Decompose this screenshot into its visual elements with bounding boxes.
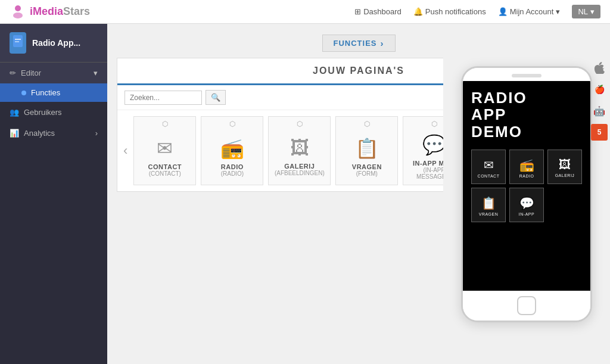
phone-icon-item: ✉ CONTACT xyxy=(471,150,506,184)
apple2-icon: 🍎 xyxy=(591,81,608,98)
logo: iMediaStars xyxy=(10,4,90,20)
phone-screen-content: RADIOAPPDEMO ✉ CONTACT 📻 RADIO 🖼 GALERIJ… xyxy=(463,81,590,231)
phone-icon-item: 🖼 GALERIJ xyxy=(547,150,582,184)
phone-icon-label: CONTACT xyxy=(478,174,500,178)
page-card[interactable]: ⬡ 📻 RADIO (RADIO) xyxy=(201,116,263,185)
page-card[interactable]: ⬡ 🖼 GALERIJ (AFBEELDINGEN) xyxy=(268,116,331,185)
sidebar-functies-label: Functies xyxy=(31,88,60,97)
editor-chevron-icon: ▾ xyxy=(94,69,98,77)
card-settings-icon: ⬡ xyxy=(229,120,235,128)
sidebar-item-editor[interactable]: ✏ Editor ▾ xyxy=(0,63,107,83)
card-settings-icon: ⬡ xyxy=(297,120,303,128)
phone-icon-sym: ✉ xyxy=(484,158,494,172)
account-link[interactable]: 👤 Mijn Account ▾ xyxy=(498,7,561,16)
svg-point-1 xyxy=(13,13,23,18)
android-icon: 🤖 xyxy=(591,102,608,119)
top-nav-links: ⊞ Dashboard 🔔 Push notifications 👤 Mijn … xyxy=(354,5,600,18)
phone-icon-item: 📻 RADIO xyxy=(509,150,544,184)
page-card[interactable]: ⬡ ✉ CONTACT (CONTACT) xyxy=(133,116,196,185)
search-input[interactable] xyxy=(125,91,202,105)
phone-icon-sym: 🖼 xyxy=(559,158,571,172)
card-name: GALERIJ xyxy=(284,163,315,170)
card-name: CONTACT xyxy=(148,163,182,170)
functies-label: FUNCTIES xyxy=(334,39,377,48)
page-card[interactable]: ⬡ 📋 VRAGEN (FORM) xyxy=(335,116,398,185)
logo-icon xyxy=(10,4,26,20)
main-content: FUNCTIES › JOUW PAGINA'S 🔍 ‹ ⬡ ✉ CONTACT… xyxy=(107,24,610,364)
card-icon: 📻 xyxy=(220,137,244,160)
app-thumbnail xyxy=(12,35,24,51)
sidebar-app-title: Radio App... xyxy=(0,24,107,63)
card-settings-icon: ⬡ xyxy=(162,120,168,128)
functies-button[interactable]: FUNCTIES › xyxy=(322,35,396,52)
card-icon: ✉ xyxy=(157,137,173,160)
phone-icon-sym: 📋 xyxy=(481,196,496,210)
sidebar-item-left: ✏ Editor xyxy=(10,69,41,77)
phone-icon-label: IN-APP xyxy=(519,212,534,216)
svg-rect-3 xyxy=(15,39,21,40)
sidebar-item-left: 👥 Gebruikers xyxy=(10,108,62,117)
search-button[interactable]: 🔍 xyxy=(206,90,226,105)
users-icon: 👥 xyxy=(10,108,19,117)
card-settings-icon: ⬡ xyxy=(431,120,437,128)
dashboard-link[interactable]: ⊞ Dashboard xyxy=(354,7,402,16)
svg-rect-4 xyxy=(15,41,19,42)
layout: Radio App... ✏ Editor ▾ Functies 👥 Gebru… xyxy=(0,24,610,364)
phone-area: RADIOAPPDEMO ✉ CONTACT 📻 RADIO 🖼 GALERIJ… xyxy=(443,24,610,364)
card-icon: 🖼 xyxy=(290,137,309,159)
sidebar-item-gebruikers[interactable]: 👥 Gebruikers xyxy=(0,102,107,123)
lang-button[interactable]: NL ▾ xyxy=(572,5,600,18)
sidebar-editor-label: Editor xyxy=(21,69,41,77)
dot-icon xyxy=(21,91,26,95)
phone-icon-label: RADIO xyxy=(519,174,534,178)
phone-icon-item: 💬 IN-APP xyxy=(509,188,544,222)
card-settings-icon: ⬡ xyxy=(364,120,370,128)
svg-point-0 xyxy=(15,5,21,11)
phone-mockup: RADIOAPPDEMO ✉ CONTACT 📻 RADIO 🖼 GALERIJ… xyxy=(461,66,592,322)
card-name: RADIO xyxy=(221,163,244,170)
push-link[interactable]: 🔔 Push notifications xyxy=(413,7,486,16)
dashboard-icon: ⊞ xyxy=(354,7,361,16)
apple-icon xyxy=(591,60,608,76)
sidebar-gebruikers-label: Gebruikers xyxy=(24,108,62,117)
sidebar-app-name: Radio App... xyxy=(32,38,80,48)
phone-icon-item: 📋 VRAGEN xyxy=(471,188,506,222)
phone-icon-label: GALERIJ xyxy=(555,173,575,178)
analytics-chevron-icon: › xyxy=(95,129,98,138)
account-chevron-icon: ▾ xyxy=(556,7,560,16)
card-type: (FORM) xyxy=(356,170,378,177)
prev-arrow[interactable]: ‹ xyxy=(117,143,133,158)
card-type: (RADIO) xyxy=(221,170,244,177)
phone-icon-sym: 💬 xyxy=(519,196,534,210)
sidebar: Radio App... ✏ Editor ▾ Functies 👥 Gebru… xyxy=(0,24,107,364)
phone-icons-grid: ✉ CONTACT 📻 RADIO 🖼 GALERIJ 📋 VRAGEN 💬 I… xyxy=(471,150,582,222)
app-icon xyxy=(10,32,26,54)
chart-icon: 📊 xyxy=(10,129,19,138)
phone-icon-sym: 📻 xyxy=(519,158,534,172)
lang-chevron-icon: ▾ xyxy=(590,7,595,16)
card-type: (CONTACT) xyxy=(149,170,181,177)
sidebar-item-analytics[interactable]: 📊 Analytics › xyxy=(0,123,107,144)
phone-speaker xyxy=(512,74,541,77)
card-icon: 📋 xyxy=(355,137,379,160)
sidebar-item-left: 📊 Analytics xyxy=(10,129,55,138)
functies-chevron-icon: › xyxy=(381,38,384,48)
sidebar-item-functies[interactable]: Functies xyxy=(0,83,107,102)
pencil-icon: ✏ xyxy=(10,69,16,77)
phone-top xyxy=(463,68,590,81)
phone-app-title: RADIOAPPDEMO xyxy=(471,89,582,141)
phone-home-button[interactable] xyxy=(517,296,536,315)
push-icon: 🔔 xyxy=(413,7,423,16)
card-icon: 💬 xyxy=(422,133,446,156)
logo-text: iMediaStars xyxy=(30,5,90,18)
top-nav: iMediaStars ⊞ Dashboard 🔔 Push notificat… xyxy=(0,0,610,24)
phone-screen: RADIOAPPDEMO ✉ CONTACT 📻 RADIO 🖼 GALERIJ… xyxy=(463,81,590,291)
card-name: VRAGEN xyxy=(352,163,382,170)
card-type: (AFBEELDINGEN) xyxy=(275,170,325,176)
account-icon: 👤 xyxy=(498,7,508,16)
html5-icon: 5 xyxy=(591,124,608,141)
phone-icon-label: VRAGEN xyxy=(479,212,499,216)
phone-bottom xyxy=(463,291,590,321)
sidebar-analytics-label: Analytics xyxy=(24,129,55,138)
right-strip: 🍎 🤖 5 xyxy=(591,60,608,141)
